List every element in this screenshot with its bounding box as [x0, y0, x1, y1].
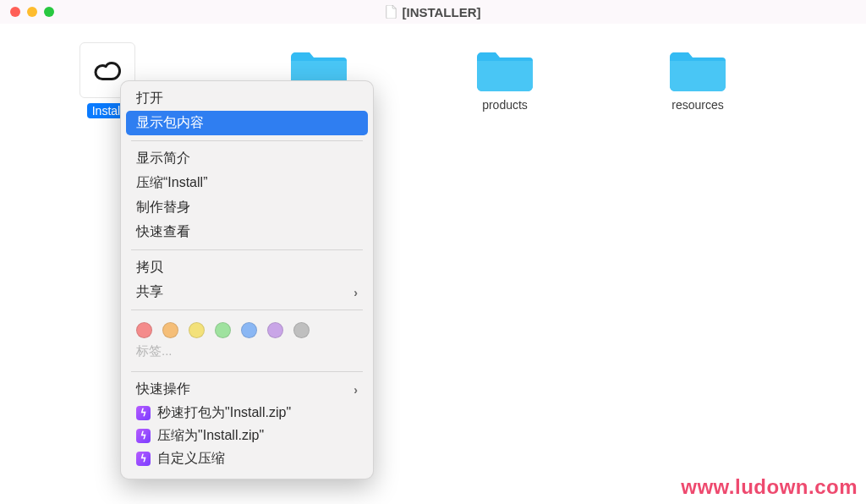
context-menu: 打开 显示包内容 显示简介 压缩“Install” 制作替身 快速查看 拷贝 共… [120, 80, 374, 479]
menu-separator [131, 310, 363, 310]
bolt-icon: ϟ [136, 406, 151, 420]
menu-share[interactable]: 共享› [121, 280, 373, 304]
tag-green[interactable] [215, 322, 231, 338]
menu-open-label: 打开 [136, 90, 163, 107]
menu-compress[interactable]: 压缩“Install” [121, 171, 373, 195]
menu-show-package-contents-label: 显示包内容 [136, 114, 204, 132]
tag-purple[interactable] [267, 322, 283, 338]
bolt-icon: ϟ [136, 452, 151, 466]
menu-quick-look-label: 快速查看 [136, 223, 190, 241]
resources-label: resources [671, 98, 723, 112]
bolt-icon: ϟ [136, 429, 151, 443]
menu-make-alias[interactable]: 制作替身 [121, 195, 373, 220]
menu-compress-label: 压缩“Install” [136, 174, 207, 192]
tags-label[interactable]: 标签... [121, 342, 373, 366]
products-folder-item[interactable]: products [458, 47, 551, 112]
tag-blue[interactable] [241, 322, 257, 338]
watermark-text: www.ludown.com [681, 475, 858, 499]
tag-orange[interactable] [162, 322, 178, 338]
menu-make-alias-label: 制作替身 [136, 199, 190, 216]
titlebar: [INSTALLER] [0, 0, 866, 24]
quick-action-compress[interactable]: ϟ 压缩为"Install.zip" [121, 425, 373, 447]
menu-separator [131, 249, 363, 250]
close-button[interactable] [10, 7, 20, 17]
resources-folder-item[interactable]: resources [651, 47, 744, 112]
menu-separator [131, 140, 363, 141]
chevron-right-icon: › [354, 383, 358, 397]
quick-action-custom-compress[interactable]: ϟ 自定义压缩 [121, 447, 373, 470]
maximize-button[interactable] [44, 7, 54, 17]
menu-copy[interactable]: 拷贝 [121, 255, 373, 280]
menu-copy-label: 拷贝 [136, 259, 163, 277]
finder-window: [INSTALLER] Install products resources 打… [0, 0, 866, 504]
menu-open[interactable]: 打开 [121, 86, 373, 111]
tag-colors-row [121, 315, 373, 342]
window-title: [INSTALLER] [385, 5, 480, 19]
tag-yellow[interactable] [189, 322, 205, 338]
menu-quick-actions[interactable]: 快速操作› [121, 377, 373, 402]
tag-gray[interactable] [293, 322, 310, 338]
quick-action-compress-label: 压缩为"Install.zip" [157, 427, 264, 445]
finder-content[interactable]: Install products resources 打开 显示包内容 显示简介… [0, 24, 866, 504]
folder-icon [477, 47, 533, 93]
menu-quick-actions-label: 快速操作 [136, 381, 190, 398]
menu-share-label: 共享 [136, 283, 163, 301]
window-title-text: [INSTALLER] [402, 5, 480, 19]
quick-action-fastpack-label: 秒速打包为"Install.zip" [157, 404, 291, 422]
quick-action-fastpack[interactable]: ϟ 秒速打包为"Install.zip" [121, 402, 373, 425]
menu-get-info-label: 显示简介 [136, 150, 190, 167]
folder-icon [670, 47, 726, 93]
menu-get-info[interactable]: 显示简介 [121, 146, 373, 171]
minimize-button[interactable] [27, 7, 37, 17]
products-label: products [482, 98, 528, 112]
tag-red[interactable] [136, 322, 152, 338]
menu-show-package-contents[interactable]: 显示包内容 [126, 111, 368, 135]
chevron-right-icon: › [354, 286, 358, 299]
creative-cloud-icon [94, 57, 121, 84]
traffic-lights [10, 7, 54, 17]
menu-quick-look[interactable]: 快速查看 [121, 220, 373, 244]
menu-separator [131, 371, 363, 372]
quick-action-custom-compress-label: 自定义压缩 [157, 450, 225, 468]
document-icon [385, 5, 397, 19]
